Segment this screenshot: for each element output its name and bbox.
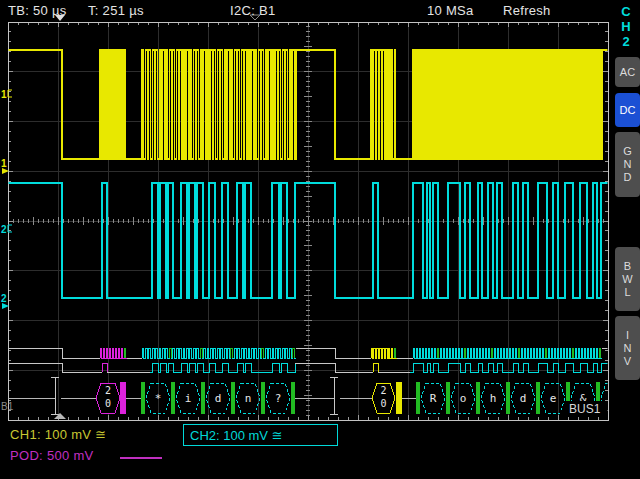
ack-bar	[171, 382, 175, 414]
ack-bar	[416, 382, 420, 414]
ack-bar	[446, 382, 450, 414]
svg-text:h: h	[490, 392, 497, 405]
ch1-scale-badge[interactable]: CH1: 100 mV ≅	[10, 427, 106, 442]
pod-trace-style-line	[120, 457, 162, 459]
address-end-bar	[396, 382, 402, 414]
bandwidth-limit-button[interactable]: B W L	[615, 247, 640, 311]
ack-bar	[231, 382, 235, 414]
coupling-ac-button[interactable]: AC	[615, 57, 640, 87]
frame-start-marker	[330, 377, 338, 414]
address-end-bar	[120, 382, 126, 414]
svg-text:1: 1	[1, 158, 7, 169]
ack-bar	[261, 382, 265, 414]
sample-rate-label: 10 MSa	[427, 3, 474, 18]
svg-text:n: n	[245, 392, 252, 405]
svg-text:S: S	[610, 392, 617, 405]
ack-bar	[476, 382, 480, 414]
bus-decode-row: 20*idn?20Rohde&SBUS1	[8, 377, 625, 416]
svg-text:o: o	[460, 392, 467, 405]
svg-text:i: i	[185, 392, 192, 405]
coupling-dc-button[interactable]: DC	[615, 93, 640, 127]
gnd-button[interactable]: G N D	[615, 132, 640, 197]
ch2-scale-label: CH2: 100 mV ≅	[190, 428, 283, 443]
ack-bar	[536, 382, 540, 414]
pod-scale-badge[interactable]: POD: 500 mV	[10, 448, 94, 463]
svg-text:e: e	[550, 392, 557, 405]
svg-text:R: R	[430, 392, 437, 405]
timebase-label: TB: 50 µs	[8, 3, 67, 18]
svg-text:1: 1	[1, 89, 7, 100]
waveform-display: 20*idn?20Rohde&SBUS1B11122	[0, 0, 640, 479]
ack-bar	[506, 382, 510, 414]
oscilloscope-screen: 20*idn?20Rohde&SBUS1B11122 TB: 50 µs T: …	[0, 0, 640, 479]
svg-text:?: ?	[275, 392, 282, 405]
ch2-vertical-label: C H 2	[618, 4, 634, 49]
pod-bus-label: B1	[1, 401, 14, 412]
bus-protocol-label: I2C: B1	[230, 3, 275, 18]
ack-bar	[141, 382, 145, 414]
svg-text:d: d	[215, 392, 222, 405]
ack-bar	[201, 382, 205, 414]
svg-text:*: *	[155, 392, 162, 405]
svg-text:2: 2	[1, 224, 7, 235]
svg-text:2: 2	[1, 293, 7, 304]
ch2-pos-marker[interactable]: 2	[1, 224, 12, 235]
ch1-pos-marker[interactable]: 1	[1, 89, 12, 100]
acquisition-mode-label: Refresh	[503, 3, 551, 18]
trigger-time-label: T: 251 µs	[88, 3, 144, 18]
bus-name-label: BUS1	[569, 402, 601, 416]
ch2-scale-badge[interactable]: CH2: 100 mV ≅	[183, 424, 338, 446]
svg-text:d: d	[520, 392, 527, 405]
invert-button[interactable]: I N V	[615, 316, 640, 380]
